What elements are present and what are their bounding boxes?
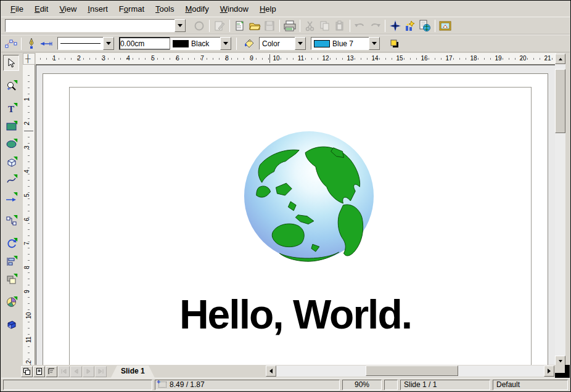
line-style-select[interactable] [57, 37, 114, 50]
zoom-level: 90% [355, 380, 369, 389]
line-color-select[interactable]: Black [170, 37, 231, 50]
fill-color-swatch [314, 40, 330, 47]
3d-objects-icon [6, 157, 17, 167]
ellipse-tool-button[interactable] [3, 136, 19, 152]
vertical-scrollbar[interactable] [555, 54, 565, 366]
text-icon: T [7, 104, 16, 113]
arrange-tool-button[interactable] [3, 271, 19, 287]
drawing-canvas[interactable]: Hello, World. [36, 65, 556, 366]
text-tool-button[interactable]: T [3, 100, 19, 116]
lines-arrows-tool-button[interactable] [3, 190, 19, 206]
fill-style-dropdown-button[interactable] [295, 37, 306, 50]
fill-can-button[interactable] [242, 36, 257, 51]
status-slide-field: Slide 1 / 1 [400, 380, 490, 390]
open-button[interactable] [247, 18, 262, 33]
function-toolbar [1, 17, 570, 35]
status-style-field[interactable]: Default [493, 380, 568, 390]
navigator-button[interactable] [388, 18, 403, 33]
view-page-button[interactable] [33, 366, 45, 377]
next-icon [86, 369, 91, 374]
redo-icon [369, 20, 381, 31]
scroll-right-button[interactable] [544, 365, 554, 377]
page-style: Default [496, 380, 520, 389]
menu-modify[interactable]: Modify [179, 2, 214, 15]
pen-button[interactable] [24, 36, 39, 51]
copy-icon [319, 20, 331, 31]
previous-slide-button [70, 366, 82, 377]
autopilot-button[interactable] [403, 18, 417, 33]
menu-edit[interactable]: Edit [29, 2, 54, 15]
horizontal-ruler[interactable]: 123456789101112131415161718192021 [36, 53, 556, 65]
3d-objects-tool-button[interactable] [3, 154, 19, 170]
menu-insert[interactable]: Insert [82, 2, 113, 15]
fill-color-dropdown-button[interactable] [369, 37, 380, 50]
load-url-input[interactable] [5, 19, 175, 32]
shadow-button[interactable] [387, 36, 402, 51]
select-tool-button[interactable] [3, 55, 19, 71]
vertical-ruler[interactable]: 123456789101112 [23, 65, 35, 366]
status-position-field: 8.49 / 1.87 [155, 380, 340, 390]
globe-image[interactable] [242, 125, 376, 266]
menu-file[interactable]: File [5, 2, 29, 15]
vertical-scrollbar-thumb[interactable] [555, 69, 565, 133]
load-url-dropdown-button[interactable] [175, 19, 186, 32]
curve-tool-button[interactable] [3, 172, 19, 188]
slide-page[interactable]: Hello, World. [43, 73, 548, 366]
scroll-left-button[interactable] [266, 365, 276, 377]
edit-points-button[interactable] [4, 36, 18, 51]
cut-button [303, 18, 318, 33]
menu-help[interactable]: Help [254, 2, 282, 15]
rectangle-icon [6, 122, 17, 131]
view-drawing-button[interactable] [21, 366, 33, 377]
connector-tool-button[interactable] [3, 213, 19, 229]
menu-tools[interactable]: Tools [150, 2, 179, 15]
insert-tool-button[interactable] [3, 294, 19, 310]
fill-color-select[interactable]: Blue 7 [311, 37, 380, 50]
menu-view[interactable]: View [54, 2, 82, 15]
slide-tab[interactable]: Slide 1 [111, 365, 155, 378]
rectangle-tool-button[interactable] [3, 118, 19, 134]
new-document-button[interactable] [232, 18, 247, 33]
html-document-button[interactable] [417, 18, 432, 33]
object-toolbar: Black Color Blue 7 [1, 35, 570, 52]
line-color-dropdown-button[interactable] [220, 37, 231, 50]
arrow-ends-button[interactable] [39, 36, 54, 51]
gallery-button[interactable] [438, 18, 453, 33]
status-zoom-field[interactable]: 90% [342, 380, 382, 390]
alignment-tool-button[interactable] [3, 253, 19, 269]
bottom-strip: Slide 1 [21, 365, 570, 378]
slide-title-text[interactable]: Hello, World. [43, 291, 548, 338]
curve-icon [6, 176, 17, 184]
slide-number: Slide 1 / 1 [404, 380, 437, 389]
scroll-up-button[interactable] [555, 54, 565, 64]
save-button [262, 18, 277, 33]
previous-icon [73, 369, 79, 374]
effects-tool-button[interactable] [3, 317, 19, 333]
app-window: File Edit View Insert Format Tools Modif… [0, 0, 571, 392]
edit-file-button [212, 18, 227, 33]
rotate-tool-button[interactable] [3, 235, 19, 251]
effects-icon [6, 320, 17, 330]
layer-icon [48, 368, 55, 375]
menu-window[interactable]: Window [215, 2, 254, 15]
print-button[interactable] [282, 18, 297, 33]
ruler-origin-box[interactable] [23, 53, 35, 65]
line-color-label: Black [191, 39, 209, 48]
horizontal-scrollbar-thumb[interactable] [366, 365, 458, 376]
next-slide-button [83, 366, 94, 377]
fill-style-select[interactable]: Color [259, 37, 306, 50]
line-width-spinner [119, 37, 165, 50]
html-document-icon [419, 20, 431, 32]
zoom-icon [6, 81, 17, 91]
edit-file-icon [214, 20, 225, 31]
zoom-tool-button[interactable] [3, 78, 19, 94]
line-style-dropdown-button[interactable] [103, 37, 114, 50]
horizontal-scrollbar[interactable] [266, 365, 554, 377]
slide-tab-label: Slide 1 [121, 367, 145, 375]
view-layer-button[interactable] [46, 366, 57, 377]
window-resize-grip[interactable] [555, 365, 570, 378]
menu-format[interactable]: Format [113, 2, 150, 15]
first-icon [61, 369, 67, 374]
last-slide-button [95, 366, 107, 377]
chevron-down-icon [106, 42, 111, 45]
